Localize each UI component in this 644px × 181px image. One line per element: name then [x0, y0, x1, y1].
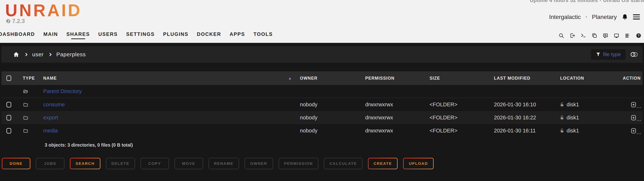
nav-item-main[interactable]: MAIN	[44, 32, 58, 37]
row-checkbox[interactable]	[6, 128, 11, 134]
column-header-name[interactable]: NAME ▲	[36, 76, 294, 81]
nav-item-settings[interactable]: SETTINGS	[126, 32, 155, 37]
nav-item-tools[interactable]: TOOLS	[254, 32, 273, 37]
release-status-icon	[6, 19, 10, 23]
file-name-link[interactable]: Parent Directory	[43, 88, 82, 94]
unraid-logo: UNRAID	[5, 1, 82, 20]
owner-cell: nobody	[294, 102, 359, 108]
expand-actions-icon	[630, 101, 637, 108]
filter-funnel-icon	[596, 52, 600, 57]
permission-cell: drwxrwxrwx	[359, 128, 424, 134]
column-header-permission[interactable]: PERMISSION	[359, 76, 424, 81]
delete-button: DELETE	[106, 158, 135, 169]
breadcrumb-chevron-icon	[24, 53, 28, 56]
sort-ascending-icon[interactable]: ▲	[288, 76, 292, 80]
done-button[interactable]: DONE	[2, 158, 30, 169]
file-name-link[interactable]: media	[43, 128, 58, 134]
breadcrumb-segment-current[interactable]: Paperpless	[56, 51, 86, 58]
folder-icon	[23, 128, 28, 133]
select-all-checkbox[interactable]	[6, 76, 11, 81]
calculate-button: CALCULATE	[324, 158, 362, 169]
type-cell	[20, 115, 36, 120]
upload-button[interactable]: UPLOAD	[403, 158, 434, 169]
notifications-bell-icon[interactable]	[622, 14, 628, 20]
row-actions-button[interactable]: ...	[619, 128, 642, 134]
breadcrumb-chevron-icon	[48, 53, 52, 56]
size-cell: <FOLDER>	[424, 128, 488, 134]
type-cell	[20, 102, 36, 107]
uptime-status: Uptime 4 hours 52 minutes•Unraid OS star…	[530, 0, 644, 3]
rename-button: RENAME	[208, 158, 239, 169]
nav-item-docker[interactable]: DOCKER	[197, 32, 221, 37]
create-button[interactable]: CREATE	[368, 158, 398, 169]
file-table: TYPE NAME ▲ OWNER PERMISSION SIZE LAST M…	[2, 71, 642, 137]
copy-icon[interactable]	[592, 33, 597, 38]
file-name-link[interactable]: consume	[43, 102, 65, 108]
nav-item-users[interactable]: USERS	[98, 32, 118, 37]
table-body: Parent Directory consume nobody drwxrwxr…	[2, 85, 642, 137]
size-cell: <FOLDER>	[424, 114, 488, 121]
breadcrumb-segment-user[interactable]: user	[32, 51, 44, 58]
permission-cell: drwxrwxrwx	[359, 114, 424, 121]
server-separator: •	[586, 14, 587, 20]
folder-icon	[23, 115, 28, 120]
feedback-icon[interactable]	[602, 33, 608, 38]
owner-cell: nobody	[294, 114, 359, 121]
object-summary: 3 objects: 3 directories, 0 files (0 B t…	[45, 142, 133, 148]
column-header-location[interactable]: LOCATION	[554, 76, 619, 81]
owner-button: OWNER	[244, 158, 273, 169]
terminal-icon[interactable]	[580, 33, 586, 38]
nav-item-apps[interactable]: APPS	[230, 32, 245, 37]
view-toggle-icon[interactable]	[630, 52, 638, 57]
nav-item-plugins[interactable]: PLUGINS	[163, 32, 188, 37]
sign-out-icon[interactable]	[570, 33, 575, 38]
permission-button: PERMISSION	[278, 158, 318, 169]
row-actions-button[interactable]: ...	[619, 101, 642, 108]
copy-button: COPY	[140, 158, 169, 169]
permission-cell: drwxrwxrwx	[359, 102, 424, 108]
last-modified-cell: 2026-01-30 16:22	[488, 114, 554, 121]
column-header-owner[interactable]: OWNER	[294, 76, 359, 81]
file-name-link[interactable]: export	[43, 114, 58, 120]
owner-cell: nobody	[294, 128, 359, 134]
search-icon[interactable]	[558, 33, 564, 38]
svg-text:?: ?	[638, 34, 640, 37]
row-checkbox[interactable]	[6, 115, 11, 120]
filter-label: file type	[603, 52, 621, 58]
hamburger-menu-icon[interactable]	[633, 14, 640, 20]
table-row: consume nobody drwxrwxrwx <FOLDER> 2026-…	[2, 98, 642, 111]
size-cell: <FOLDER>	[424, 102, 488, 108]
search-button[interactable]: SEARCH	[70, 158, 100, 169]
version-label: 7.2.3	[6, 18, 25, 24]
column-header-last-modified[interactable]: LAST MODIFIED	[488, 76, 554, 81]
unlock-icon	[560, 102, 564, 107]
home-icon[interactable]	[13, 51, 20, 58]
jobs-button: JOBS	[36, 158, 64, 169]
location-cell: disk1	[554, 114, 619, 121]
more-actions-ellipsis: ...	[637, 104, 642, 108]
main-nav: DASHBOARDMAINSHARESUSERSSETTINGSPLUGINSD…	[0, 32, 273, 39]
more-actions-ellipsis: ...	[637, 130, 642, 134]
display-icon[interactable]	[614, 33, 619, 38]
column-header-size[interactable]: SIZE	[424, 76, 488, 81]
move-button: MOVE	[174, 158, 203, 169]
table-row: media nobody drwxrwxrwx <FOLDER> 2026-01…	[2, 124, 642, 137]
last-modified-cell: 2026-01-30 16:10	[488, 102, 554, 108]
row-checkbox[interactable]	[6, 102, 11, 108]
logs-icon[interactable]	[625, 33, 630, 38]
row-actions-button[interactable]: ...	[619, 114, 642, 121]
breadcrumb: user Paperpless	[2, 51, 86, 58]
folder-icon	[23, 102, 28, 107]
server-name[interactable]: Intergalactic	[549, 14, 581, 20]
file-type-filter[interactable]: file type	[591, 49, 626, 60]
column-header-action: ACTION	[619, 76, 642, 81]
table-header-row: TYPE NAME ▲ OWNER PERMISSION SIZE LAST M…	[2, 71, 642, 85]
help-icon[interactable]: ?	[636, 33, 642, 38]
nav-item-dashboard[interactable]: DASHBOARD	[0, 32, 35, 37]
nav-item-shares[interactable]: SHARES	[66, 32, 90, 39]
action-button-row: DONEJOBSSEARCHDELETECOPYMOVERENAMEOWNERP…	[2, 158, 434, 169]
location-cell: disk1	[554, 102, 619, 108]
column-header-type[interactable]: TYPE	[20, 76, 36, 81]
server-description: Planetary	[592, 14, 617, 20]
more-actions-ellipsis: ...	[637, 117, 642, 121]
